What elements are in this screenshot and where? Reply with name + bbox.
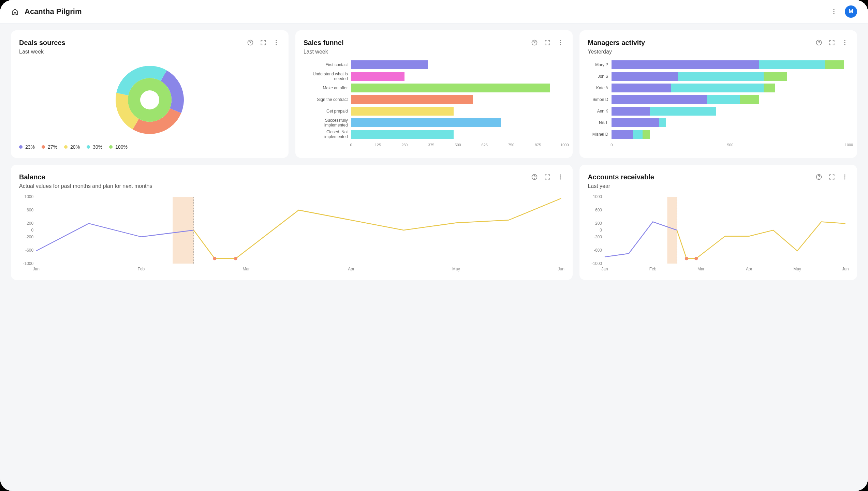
svg-point-2	[833, 13, 834, 14]
legend-label: 27%	[48, 144, 57, 150]
svg-point-6	[276, 42, 277, 43]
legend-label: 23%	[25, 144, 35, 150]
card-title: Sales funnel	[304, 39, 344, 47]
dashboard-grid: Deals sources Last week 23%27%20%30%100%…	[0, 24, 868, 287]
funnel-row: Make an offer	[304, 82, 565, 94]
funnel-row: Successfully implemented	[304, 117, 565, 129]
topbar-left: Acantha Pilgrim	[11, 7, 82, 16]
avatar[interactable]: M	[845, 5, 857, 18]
svg-point-20	[560, 175, 561, 176]
svg-point-5	[276, 40, 277, 41]
svg-text:Mar: Mar	[697, 267, 705, 271]
svg-text:May: May	[452, 267, 460, 271]
svg-text:600: 600	[595, 208, 602, 212]
manager-row: Jon S	[588, 71, 849, 82]
donut-legend: 23%27%20%30%100%	[19, 144, 280, 150]
card-subtitle: Yesterday	[588, 49, 849, 55]
svg-text:1000: 1000	[593, 194, 602, 199]
card-sales-funnel: Sales funnel Last week First contactUnde…	[295, 30, 573, 158]
fullscreen-icon[interactable]	[543, 39, 551, 47]
svg-point-11	[560, 42, 561, 43]
managers-chart: Mary PJon SKate ASimon DAnn KNik LMishel…	[588, 59, 849, 150]
svg-text:Apr: Apr	[746, 267, 752, 271]
fullscreen-icon[interactable]	[543, 173, 551, 181]
svg-text:Feb: Feb	[138, 267, 145, 271]
card-deals-sources: Deals sources Last week 23%27%20%30%100%	[11, 30, 289, 158]
card-title: Deals sources	[19, 39, 65, 47]
legend-item: 23%	[19, 144, 35, 150]
legend-item: 27%	[42, 144, 57, 150]
page-title: Acantha Pilgrim	[25, 7, 82, 16]
manager-row: Mishel D	[588, 129, 849, 140]
svg-rect-58	[667, 197, 677, 264]
help-icon[interactable]	[530, 39, 539, 47]
svg-point-19	[534, 178, 535, 179]
svg-text:200: 200	[27, 221, 33, 226]
fullscreen-icon[interactable]	[828, 173, 836, 181]
manager-row-label: Kate A	[588, 86, 612, 90]
svg-point-10	[560, 40, 561, 41]
topbar: Acantha Pilgrim M	[0, 0, 868, 24]
help-icon[interactable]	[530, 173, 539, 181]
svg-point-41	[819, 178, 819, 179]
svg-text:-600: -600	[594, 248, 602, 253]
manager-row-label: Ann K	[588, 109, 612, 114]
manager-row-label: Simon D	[588, 97, 612, 102]
help-icon[interactable]	[815, 39, 823, 47]
card-subtitle: Actual values for past months and plan f…	[19, 183, 564, 189]
svg-text:Jun: Jun	[558, 267, 564, 271]
legend-item: 100%	[109, 144, 128, 150]
svg-point-60	[685, 257, 688, 260]
help-icon[interactable]	[815, 173, 823, 181]
funnel-row-label: Closed. Not implemented	[304, 130, 351, 139]
svg-point-44	[844, 178, 845, 179]
svg-text:0: 0	[600, 228, 602, 233]
svg-text:Jan: Jan	[602, 267, 608, 271]
card-accounts-receivable: Accounts receivable Last year 1000600200…	[579, 165, 857, 280]
fullscreen-icon[interactable]	[828, 39, 836, 47]
card-subtitle: Last week	[19, 49, 280, 55]
legend-label: 30%	[93, 144, 102, 150]
help-icon[interactable]	[246, 39, 254, 47]
svg-point-42	[844, 175, 845, 176]
svg-point-12	[560, 44, 561, 45]
svg-text:1000: 1000	[24, 194, 33, 199]
card-title: Balance	[19, 173, 45, 181]
svg-text:May: May	[794, 267, 801, 271]
home-icon[interactable]	[11, 8, 19, 16]
funnel-row: Sign the contract	[304, 94, 565, 105]
manager-row: Ann K	[588, 105, 849, 117]
manager-row-label: Mary P	[588, 62, 612, 67]
more-vert-icon[interactable]	[556, 39, 564, 47]
card-balance: Balance Actual values for past months an…	[11, 165, 573, 280]
funnel-row: First contact	[304, 59, 565, 71]
svg-point-22	[560, 178, 561, 179]
svg-text:600: 600	[27, 208, 33, 212]
more-vert-icon[interactable]	[841, 173, 849, 181]
svg-text:Jun: Jun	[842, 267, 849, 271]
more-vert-icon[interactable]	[830, 8, 838, 16]
more-vert-icon[interactable]	[556, 173, 564, 181]
funnel-row-label: Sign the contract	[304, 97, 351, 102]
svg-point-14	[819, 44, 819, 44]
card-subtitle: Last week	[304, 49, 565, 55]
svg-point-16	[844, 42, 845, 43]
manager-row-label: Mishel D	[588, 132, 612, 137]
svg-text:Jan: Jan	[33, 267, 39, 271]
funnel-chart: First contactUnderstand what is neededMa…	[304, 59, 565, 150]
svg-point-15	[844, 40, 845, 41]
more-vert-icon[interactable]	[272, 39, 280, 47]
svg-point-17	[844, 44, 845, 45]
svg-text:-1000: -1000	[592, 261, 602, 266]
legend-label: 20%	[70, 144, 80, 150]
svg-point-0	[833, 9, 834, 10]
manager-row: Kate A	[588, 82, 849, 94]
balance-chart: 10006002000-200-600-1000JanFebMarAprMayJ…	[19, 193, 564, 272]
funnel-row: Understand what is needed	[304, 71, 565, 82]
fullscreen-icon[interactable]	[259, 39, 267, 47]
funnel-row-label: First contact	[304, 62, 351, 67]
more-vert-icon[interactable]	[841, 39, 849, 47]
svg-text:-200: -200	[594, 235, 602, 239]
legend-item: 30%	[87, 144, 102, 150]
svg-text:0: 0	[31, 228, 33, 233]
